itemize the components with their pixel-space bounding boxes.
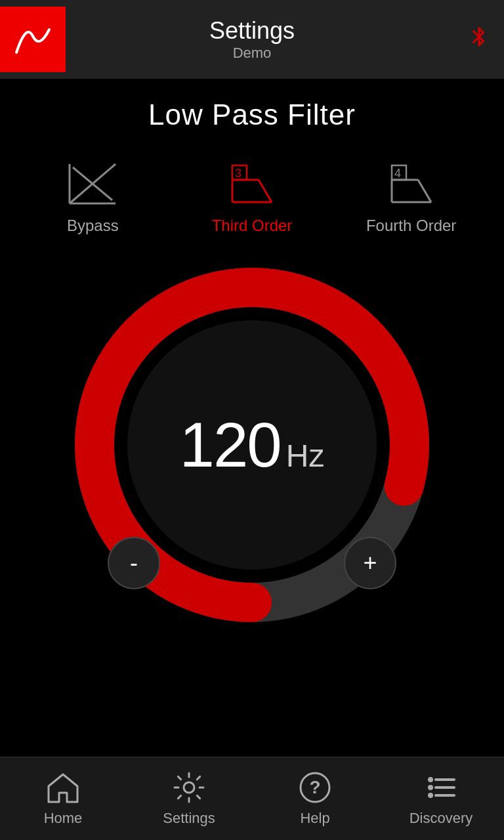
fourth-order-icon: 4 — [385, 158, 438, 210]
decrease-button[interactable]: - — [108, 537, 160, 589]
nav-discovery[interactable]: Discovery — [392, 770, 490, 827]
app-logo[interactable] — [0, 7, 66, 72]
header-subtitle: Demo — [209, 45, 295, 62]
frequency-value: 120 — [180, 409, 281, 481]
bypass-icon — [66, 158, 119, 210]
nav-discovery-label: Discovery — [410, 810, 473, 827]
filter-bypass[interactable]: Bypass — [33, 158, 152, 235]
frequency-knob[interactable]: 120 Hz - + — [68, 261, 436, 629]
bypass-label: Bypass — [67, 217, 119, 235]
help-icon: ? — [298, 770, 332, 805]
header: Settings Demo — [0, 0, 504, 79]
filter-third-order[interactable]: 3 Third Order — [193, 158, 311, 235]
svg-point-18 — [184, 782, 194, 793]
frequency-unit: Hz — [286, 438, 325, 474]
svg-line-7 — [259, 180, 272, 202]
svg-line-13 — [418, 180, 431, 202]
bottom-navigation: Home Settings ? Help Discovery — [0, 757, 504, 840]
filter-fourth-order[interactable]: 4 Fourth Order — [352, 158, 471, 235]
svg-point-23 — [428, 785, 433, 790]
third-order-icon: 3 — [226, 158, 278, 210]
fourth-order-label: Fourth Order — [366, 217, 456, 235]
home-icon — [46, 770, 80, 805]
svg-text:?: ? — [309, 777, 320, 797]
header-center: Settings Demo — [209, 17, 295, 62]
nav-help[interactable]: ? Help — [266, 770, 364, 827]
svg-text:4: 4 — [394, 167, 401, 180]
nav-home-label: Home — [44, 810, 83, 827]
svg-point-21 — [428, 777, 433, 782]
main-content: Low Pass Filter Bypass 3 Third Order — [0, 79, 504, 629]
page-title: Low Pass Filter — [148, 98, 356, 131]
increase-button[interactable]: + — [344, 537, 396, 589]
bluetooth-icon[interactable] — [467, 25, 491, 54]
frequency-display: 120 Hz — [180, 409, 325, 481]
knob-center: 120 Hz — [127, 320, 377, 570]
settings-icon — [172, 770, 206, 805]
svg-point-25 — [428, 793, 433, 798]
discovery-icon — [424, 770, 458, 805]
nav-settings[interactable]: Settings — [140, 770, 238, 827]
third-order-label: Third Order — [212, 217, 293, 235]
nav-home[interactable]: Home — [14, 770, 112, 827]
svg-text:3: 3 — [235, 167, 242, 180]
filter-options: Bypass 3 Third Order 4 — [13, 158, 491, 235]
nav-settings-label: Settings — [163, 810, 215, 827]
header-title: Settings — [209, 17, 295, 45]
nav-help-label: Help — [300, 810, 329, 827]
